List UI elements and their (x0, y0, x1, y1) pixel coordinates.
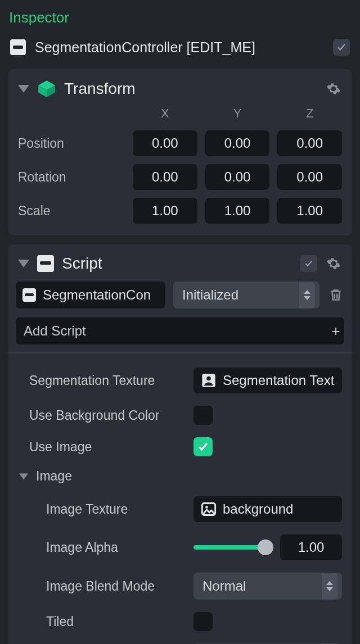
image-blend-mode-value: Normal (202, 578, 246, 594)
script-file-field[interactable]: SegmentationCon (16, 282, 165, 309)
position-y-input[interactable]: 0.00 (205, 130, 270, 156)
collapse-icon (19, 473, 28, 479)
image-group-row[interactable]: Image (16, 462, 344, 490)
fill-mode-row: Fill Mode Fill (16, 637, 344, 644)
position-row: Position 0.00 0.00 0.00 (16, 126, 344, 160)
use-background-color-row: Use Background Color (16, 400, 344, 431)
use-image-checkbox[interactable] (194, 437, 213, 456)
collapse-icon (18, 260, 29, 267)
image-blend-mode-label: Image Blend Mode (18, 579, 187, 594)
tiled-label: Tiled (18, 614, 187, 629)
image-alpha-input[interactable]: 1.00 (280, 534, 342, 560)
image-blend-mode-row: Image Blend Mode Normal (16, 566, 344, 606)
script-component: Script SegmentationCon Initialized Add S… (8, 244, 352, 644)
image-alpha-slider[interactable] (194, 545, 272, 550)
add-script-label: Add Script (24, 323, 327, 339)
svg-point-1 (206, 377, 210, 380)
scale-x-input[interactable]: 1.00 (133, 198, 197, 224)
tiled-row: Tiled (16, 606, 344, 637)
position-x-input[interactable]: 0.00 (133, 130, 197, 156)
image-alpha-label: Image Alpha (18, 540, 187, 555)
axis-y-label: Y (205, 106, 270, 121)
script-file-name: SegmentationCon (43, 287, 151, 303)
image-icon (200, 501, 217, 518)
rotation-label: Rotation (18, 170, 125, 185)
script-state-select[interactable]: Initialized (173, 282, 320, 309)
file-icon (37, 255, 54, 272)
image-alpha-row: Image Alpha 1.00 (16, 528, 344, 566)
scale-label: Scale (18, 203, 125, 219)
segmentation-texture-value: Segmentation Text (223, 373, 334, 388)
script-title: Script (62, 255, 292, 273)
object-name[interactable]: SegmentationController [EDIT_ME] (35, 39, 324, 56)
add-script-button[interactable]: Add Script + (16, 318, 344, 344)
stepper-arrows-icon (322, 573, 338, 600)
use-image-label: Use Image (18, 439, 187, 455)
segmentation-texture-field[interactable]: Segmentation Text (194, 368, 342, 393)
gear-icon[interactable] (325, 255, 342, 272)
axis-x-label: X (133, 106, 197, 121)
scale-y-input[interactable]: 1.00 (205, 198, 270, 224)
object-enabled-checkbox[interactable] (333, 39, 350, 56)
transform-icon (37, 79, 56, 98)
plus-icon: + (327, 323, 344, 339)
segmentation-texture-label: Segmentation Texture (18, 373, 187, 388)
segmentation-texture-row: Segmentation Texture Segmentation Text (16, 361, 344, 400)
transform-header[interactable]: Transform (16, 76, 344, 105)
script-header[interactable]: Script (16, 251, 344, 279)
script-enabled-checkbox[interactable] (300, 255, 317, 272)
transform-component: Transform X Y Z Position 0.00 0.00 0.00 … (8, 69, 352, 235)
script-state-value: Initialized (182, 287, 238, 303)
rotation-row: Rotation 0.00 0.00 0.00 (16, 160, 344, 194)
scale-z-input[interactable]: 1.00 (277, 198, 342, 224)
slider-thumb[interactable] (258, 539, 273, 555)
use-background-color-label: Use Background Color (18, 408, 187, 423)
scale-row: Scale 1.00 1.00 1.00 (16, 194, 344, 228)
axis-headers: X Y Z (16, 105, 344, 126)
image-texture-value: background (223, 501, 293, 517)
file-icon (10, 39, 26, 55)
collapse-icon (18, 85, 29, 93)
use-background-color-checkbox[interactable] (194, 406, 213, 425)
person-icon (200, 372, 217, 389)
delete-script-button[interactable] (327, 287, 344, 303)
rotation-x-input[interactable]: 0.00 (133, 164, 197, 190)
image-texture-field[interactable]: background (194, 496, 342, 522)
image-texture-row: Image Texture background (16, 490, 344, 528)
axis-z-label: Z (277, 106, 342, 121)
stepper-arrows-icon (299, 282, 315, 309)
position-z-input[interactable]: 0.00 (277, 130, 342, 156)
image-blend-mode-select[interactable]: Normal (194, 573, 342, 600)
rotation-y-input[interactable]: 0.00 (205, 164, 270, 190)
position-label: Position (18, 136, 125, 151)
use-image-row: Use Image (16, 431, 344, 462)
inspector-panel: Inspector SegmentationController [EDIT_M… (0, 0, 360, 644)
divider (8, 352, 352, 353)
transform-title: Transform (64, 80, 317, 98)
inspector-title: Inspector (6, 4, 354, 34)
object-header: SegmentationController [EDIT_ME] (6, 34, 354, 66)
image-group-label: Image (18, 469, 342, 484)
image-texture-label: Image Texture (18, 502, 187, 517)
tiled-checkbox[interactable] (194, 612, 213, 631)
svg-point-3 (205, 506, 208, 509)
file-icon (22, 288, 36, 302)
rotation-z-input[interactable]: 0.00 (277, 164, 342, 190)
gear-icon[interactable] (325, 80, 342, 97)
script-file-row: SegmentationCon Initialized (16, 279, 344, 315)
